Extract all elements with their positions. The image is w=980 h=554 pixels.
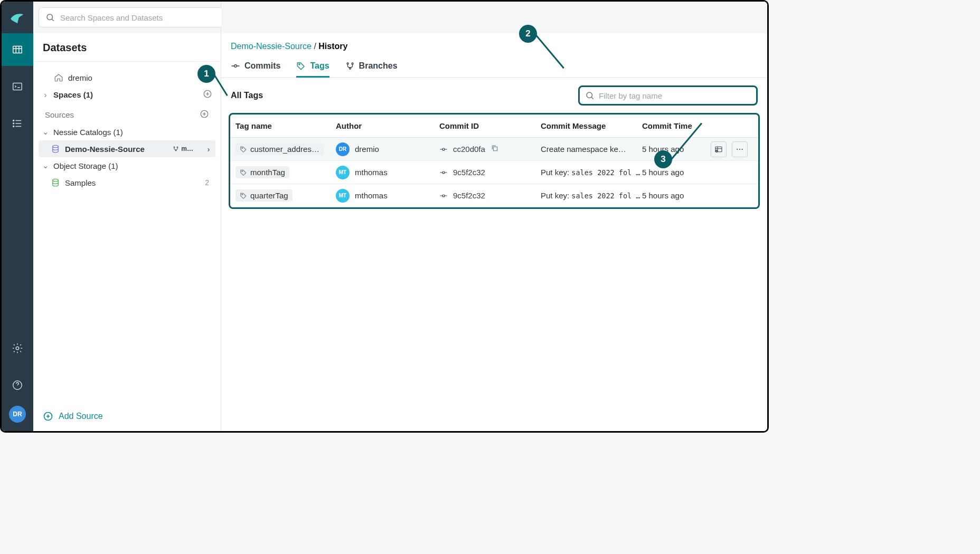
database-icon [50,178,61,187]
callout-1: 1 [197,65,215,83]
rail-jobs[interactable] [2,107,33,140]
tag-pill[interactable]: quarterTag [235,189,293,202]
tags-table: Tag name Author Commit ID Commit Message… [229,113,760,209]
tag-icon [296,61,306,71]
commit-time: 5 hours ago [642,168,705,177]
go-to-data-icon[interactable] [711,141,727,157]
chevron-right-icon[interactable]: › [205,145,212,154]
nessie-source-label: Demo-Nessie-Source [65,145,145,154]
commit-message: Put key: sales_2022_fol … [541,191,642,200]
add-source-icon[interactable] [200,109,209,120]
chevron-down-icon: ⌄ [42,127,49,137]
user-avatar[interactable]: DR [9,406,26,423]
svg-point-10 [53,145,59,148]
global-search[interactable] [39,7,239,27]
commit-message: Put key: sales_2022_fol … [541,168,642,177]
tab-branches-label: Branches [359,61,398,71]
tab-commits-label: Commits [244,61,280,71]
breadcrumb-source[interactable]: Demo-Nessie-Source [231,42,312,51]
add-source-button[interactable]: Add Source [33,404,221,431]
author-name: mthomas [355,168,388,177]
tab-tags-label: Tags [310,61,329,71]
global-search-input[interactable] [60,13,232,22]
svg-point-12 [177,147,178,148]
commit-icon [439,145,448,154]
nessie-group[interactable]: ⌄ Nessie Catalogs (1) [39,123,215,140]
left-panel: Datasets dremio › Spaces (1) Sources [33,2,221,431]
breadcrumb: Demo-Nessie-Source / History [221,33,767,55]
history-tabs: Commits Tags Branches [221,55,767,78]
commit-message: Create namespace ke… [541,145,642,154]
tab-branches[interactable]: Branches [345,55,398,78]
rail-settings[interactable] [2,332,33,365]
svg-point-3 [13,123,14,124]
tag-icon [240,192,247,199]
spaces-label: Spaces (1) [53,90,93,99]
author-avatar: MT [336,189,350,203]
svg-point-17 [299,63,300,64]
samples-count: 2 [205,178,212,187]
svg-point-29 [742,148,743,149]
table-row[interactable]: quarterTagMTmthomas9c5f2c32Put key: sale… [230,184,758,207]
commit-hash[interactable]: 9c5f2c32 [453,168,485,177]
tag-pill[interactable]: monthTag [235,166,289,178]
author-name: dremio [355,145,379,154]
svg-rect-24 [493,147,497,150]
branch-icon [345,61,355,71]
author-name: mthomas [355,191,388,200]
svg-point-4 [13,126,14,127]
svg-point-5 [16,347,19,350]
tag-icon [240,146,247,153]
branch-abbrev: m… [181,145,193,152]
objstorage-label: Object Storage (1) [53,161,118,170]
nessie-source-item[interactable]: Demo-Nessie-Source m… › [39,140,215,157]
branch-icon [173,146,179,152]
add-space-icon[interactable] [203,89,212,100]
main-content: Demo-Nessie-Source / History Commits Tag… [221,2,767,431]
nav-rail: DR [2,2,33,431]
svg-point-33 [442,195,445,197]
svg-point-28 [739,148,740,149]
tab-tags[interactable]: Tags [296,55,329,78]
more-actions-icon[interactable] [732,141,748,157]
app-logo [6,6,29,29]
commit-hash[interactable]: 9c5f2c32 [453,191,485,200]
col-commit-id: Commit ID [439,121,541,130]
branch-pill[interactable]: m… [168,144,197,154]
samples-item[interactable]: Samples 2 [39,174,215,191]
home-row[interactable]: dremio [39,69,215,86]
rail-datasets[interactable] [2,33,33,66]
tags-section-title: All Tags [231,91,263,100]
col-tag-name: Tag name [235,121,336,130]
tag-icon [240,169,247,176]
rail-sql[interactable] [2,70,33,103]
svg-point-14 [53,179,59,182]
svg-point-22 [242,147,243,148]
commit-icon [439,192,448,200]
copy-icon[interactable] [491,144,499,154]
tag-filter[interactable] [578,85,758,106]
svg-point-18 [347,63,348,64]
rail-help[interactable] [2,369,33,402]
svg-point-21 [587,92,592,98]
svg-point-2 [13,120,14,121]
tag-filter-input[interactable] [599,91,751,100]
spaces-row[interactable]: › Spaces (1) [39,86,215,103]
breadcrumb-page: History [318,42,347,51]
home-label: dremio [68,73,92,82]
callout-2: 2 [519,25,537,43]
svg-point-7 [47,14,53,20]
commit-time: 5 hours ago [642,191,705,200]
objstorage-group[interactable]: ⌄ Object Storage (1) [39,157,215,174]
tag-pill[interactable]: customer_addres… [235,143,324,155]
svg-point-27 [737,148,738,149]
table-row[interactable]: monthTagMTmthomas9c5f2c32Put key: sales_… [230,161,758,184]
author-avatar: DR [336,142,350,156]
svg-rect-0 [13,46,22,53]
nessie-label: Nessie Catalogs (1) [53,128,123,137]
commit-hash[interactable]: cc20d0fa [453,145,485,154]
chevron-down-icon: ⌄ [42,161,49,170]
col-commit-msg: Commit Message [541,121,642,130]
tab-commits[interactable]: Commits [231,55,280,78]
panel-title: Datasets [33,33,221,62]
